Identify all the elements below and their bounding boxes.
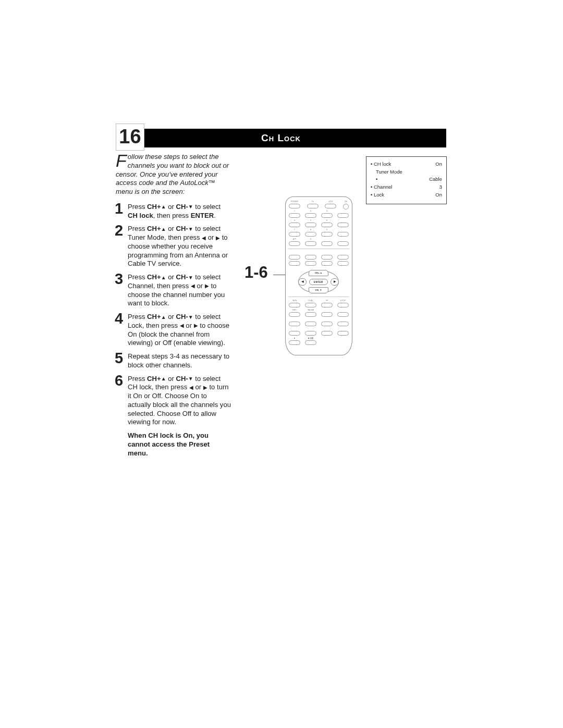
remote-button bbox=[289, 213, 300, 218]
remote-button bbox=[337, 312, 349, 317]
remote-button bbox=[305, 232, 316, 237]
remote-button bbox=[337, 303, 349, 307]
remote-button bbox=[337, 232, 349, 237]
remote-button bbox=[289, 303, 300, 307]
step-text: Repeat steps 3-4 as necessary to block o… bbox=[128, 352, 229, 369]
remote-power-button bbox=[343, 204, 349, 209]
remote-button bbox=[337, 223, 349, 227]
step-list: 1 Press CH+▲ or CH-▼ to select CH lock, … bbox=[116, 203, 231, 427]
osd-row: • Cable bbox=[371, 176, 442, 183]
osd-label: Tuner Mode bbox=[376, 168, 402, 176]
step-3: 3 Press CH+▲ or CH-▼ to select Channel, … bbox=[116, 273, 231, 308]
remote-button bbox=[305, 213, 316, 218]
osd-label: • Lock bbox=[371, 191, 384, 199]
dropcap: F bbox=[116, 153, 128, 168]
remote-button bbox=[305, 241, 316, 246]
remote-divider bbox=[288, 249, 349, 249]
remote-button bbox=[321, 232, 333, 237]
remote-button bbox=[321, 331, 333, 336]
step-1: 1 Press CH+▲ or CH-▼ to select CH lock, … bbox=[116, 203, 231, 220]
instructions-column: F ollow these steps to select the channe… bbox=[116, 153, 231, 458]
step-number: 6 bbox=[115, 373, 123, 388]
remote-button bbox=[321, 255, 333, 260]
remote-button bbox=[305, 322, 316, 326]
step-text: Press CH+▲ or CH-▼ to select CH lock, th… bbox=[128, 375, 231, 426]
remote-ch-down: CH- ▼ bbox=[309, 287, 328, 293]
manual-page: Ch Lock 16 F ollow these steps to select… bbox=[0, 0, 563, 728]
osd-label: • CH lock bbox=[371, 161, 391, 168]
step-text: Press CH+▲ or CH-▼ to select Channel, th… bbox=[128, 273, 225, 307]
step-number: 2 bbox=[115, 223, 123, 238]
remote-button bbox=[337, 255, 349, 260]
remote-button bbox=[289, 312, 300, 317]
remote-button bbox=[305, 331, 316, 336]
callout-label: 1-6 bbox=[244, 263, 268, 282]
remote-button bbox=[289, 223, 300, 227]
section-title: Ch Lock bbox=[261, 132, 301, 144]
intro-paragraph: F ollow these steps to select the channe… bbox=[116, 153, 231, 196]
remote-button bbox=[337, 331, 349, 336]
remote-button bbox=[321, 213, 333, 218]
step-number: 1 bbox=[115, 201, 123, 216]
remote-button bbox=[289, 204, 300, 208]
osd-menu-box: • CH lock On Tuner Mode • Cable • Channe… bbox=[366, 156, 447, 204]
remote-button bbox=[289, 340, 300, 345]
remote-button bbox=[305, 261, 316, 266]
remote-button bbox=[337, 241, 349, 246]
remote-button bbox=[305, 340, 316, 345]
section-number: 16 bbox=[119, 126, 141, 148]
osd-row: • Lock On bbox=[371, 191, 442, 199]
step-text: Press CH+▲ or CH-▼ to select Lock, then … bbox=[128, 313, 229, 347]
osd-row: Tuner Mode bbox=[371, 168, 442, 176]
remote-button bbox=[321, 322, 333, 326]
step-4: 4 Press CH+▲ or CH-▼ to select Lock, the… bbox=[116, 313, 231, 348]
step-2: 2 Press CH+▲ or CH-▼ to select Tuner Mod… bbox=[116, 225, 231, 268]
remote-button bbox=[321, 223, 333, 227]
step-text: Press CH+▲ or CH-▼ to select CH lock, th… bbox=[128, 203, 221, 219]
remote-button bbox=[307, 204, 319, 208]
remote-button bbox=[325, 204, 336, 208]
remote-button bbox=[289, 261, 300, 266]
remote-button bbox=[289, 241, 300, 246]
remote-nav-ring: CH+ ▲ ENTER CH- ▼ ◀ ▶ bbox=[298, 270, 339, 293]
step-number: 4 bbox=[115, 311, 123, 326]
osd-value: 3 bbox=[439, 183, 442, 191]
section-number-box: 16 bbox=[116, 124, 144, 151]
remote-button bbox=[321, 312, 333, 317]
remote-button bbox=[321, 261, 333, 266]
osd-value: Cable bbox=[429, 176, 442, 183]
step-5: 5 Repeat steps 3-4 as necessary to block… bbox=[116, 352, 231, 370]
remote-ch-up: CH+ ▲ bbox=[309, 270, 328, 276]
remote-button bbox=[337, 213, 349, 218]
warning-note: When CH lock is On, you cannot access th… bbox=[116, 431, 231, 458]
osd-value: On bbox=[435, 191, 442, 199]
remote-right: ▶ bbox=[331, 278, 339, 286]
remote-button bbox=[305, 255, 316, 260]
remote-button bbox=[337, 322, 349, 326]
step-text: Press CH+▲ or CH-▼ to select Tuner Mode,… bbox=[128, 225, 228, 267]
remote-top-grid: POWER TV VCR ON bbox=[288, 201, 349, 209]
osd-label: • bbox=[376, 176, 377, 183]
osd-value: On bbox=[435, 161, 442, 168]
remote-button bbox=[289, 331, 300, 336]
remote-button bbox=[289, 232, 300, 237]
remote-button bbox=[321, 241, 333, 246]
remote-button bbox=[305, 223, 316, 227]
remote-left: ◀ bbox=[298, 278, 307, 286]
osd-row: • CH lock On bbox=[371, 161, 442, 168]
remote-button bbox=[289, 255, 300, 260]
remote-divider bbox=[288, 297, 349, 297]
osd-label: • Channel bbox=[371, 183, 392, 191]
remote-enter: ENTER bbox=[309, 279, 328, 285]
osd-row: • Channel 3 bbox=[371, 183, 442, 191]
remote-button bbox=[337, 261, 349, 266]
illustration-column: • CH lock On Tuner Mode • Cable • Channe… bbox=[241, 153, 447, 424]
section-header-bar: Ch Lock bbox=[116, 129, 446, 147]
remote-button bbox=[305, 312, 316, 317]
step-6: 6 Press CH+▲ or CH-▼ to select CH lock, … bbox=[116, 375, 231, 427]
remote-control-illustration: POWER TV VCR ON 1 2 3 4 bbox=[285, 196, 352, 355]
step-number: 5 bbox=[115, 351, 123, 366]
remote-button bbox=[289, 322, 300, 326]
remote-button bbox=[321, 303, 333, 307]
step-number: 3 bbox=[115, 272, 123, 287]
